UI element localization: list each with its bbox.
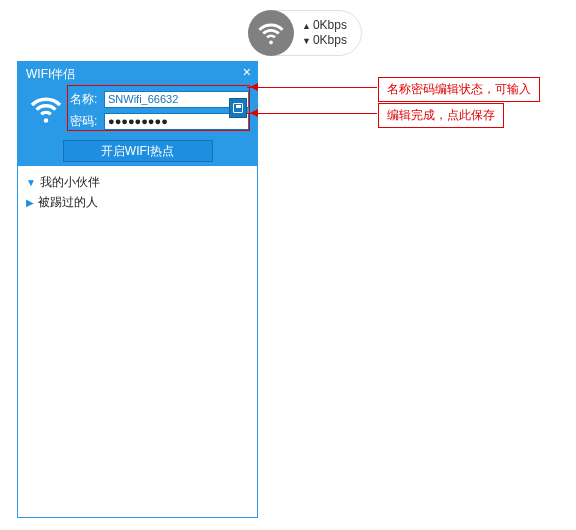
wifi-icon (248, 10, 294, 56)
chevron-right-icon: ▶ (26, 197, 34, 208)
ssid-input[interactable] (104, 91, 249, 108)
save-button[interactable] (229, 98, 247, 118)
start-hotspot-button[interactable]: 开启WIFI热点 (63, 140, 213, 162)
close-icon[interactable]: × (243, 64, 251, 80)
wifi-companion-window: WIFI伴侣 × 名称: 密码: (17, 61, 258, 518)
ssid-label: 名称: (70, 91, 104, 108)
upload-speed: 0Kbps (313, 18, 347, 32)
callout-arrow (247, 113, 377, 114)
expand-partners[interactable]: ▼ 我的小伙伴 (26, 172, 249, 192)
password-label: 密码: (70, 113, 104, 130)
wifi-icon (26, 88, 66, 129)
body: ▼ 我的小伙伴 ▶ 被踢过的人 (18, 166, 257, 218)
callout-arrow (247, 87, 377, 88)
expand-label: 我的小伙伴 (40, 174, 100, 191)
download-speed: 0Kbps (313, 33, 347, 47)
save-icon (233, 103, 243, 113)
expand-label: 被踢过的人 (38, 194, 98, 211)
arrow-up-icon: ▲ (302, 21, 311, 31)
expand-kicked[interactable]: ▶ 被踢过的人 (26, 192, 249, 212)
callout-save: 编辑完成，点此保存 (378, 103, 504, 128)
password-input[interactable] (104, 113, 249, 130)
credentials-block: 名称: 密码: (70, 88, 249, 132)
arrow-down-icon: ▼ (302, 36, 311, 46)
speed-widget: ▲0Kbps ▼0Kbps (248, 10, 362, 56)
window-title: WIFI伴侣 (18, 62, 257, 84)
header: WIFI伴侣 × 名称: 密码: (18, 62, 257, 166)
speed-text: ▲0Kbps ▼0Kbps (302, 18, 347, 48)
chevron-down-icon: ▼ (26, 177, 36, 188)
callout-edit-state: 名称密码编辑状态，可输入 (378, 77, 540, 102)
